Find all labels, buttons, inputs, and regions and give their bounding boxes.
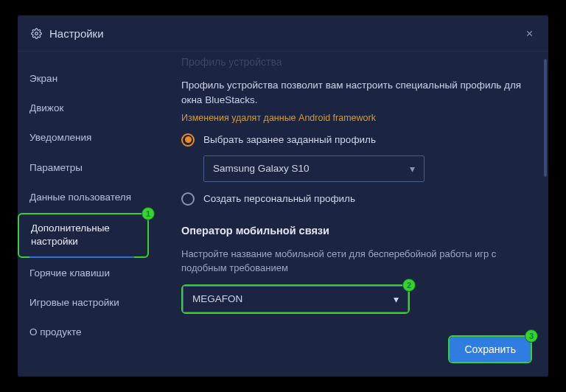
radio-predefined-profile[interactable]: Выбрать заранее заданный профиль — [181, 133, 531, 147]
device-profile-select[interactable]: Samsung Galaxy S10 ▾ — [203, 155, 424, 182]
radio-label: Выбрать заранее заданный профиль — [203, 134, 376, 145]
gear-icon — [31, 28, 42, 39]
save-button-wrap: Сохранить 3 — [448, 335, 532, 363]
select-value: Samsung Galaxy S10 — [213, 163, 310, 174]
sidebar-item-notifications[interactable]: Уведомления — [18, 124, 149, 152]
radio-custom-profile[interactable]: Создать персональный профиль — [181, 192, 531, 206]
chevron-down-icon: ▾ — [394, 293, 399, 305]
content-panel: Профиль устройства Профиль устройства по… — [149, 52, 548, 377]
svg-point-0 — [35, 32, 38, 35]
radio-label: Создать персональный профиль — [203, 193, 355, 204]
close-button[interactable] — [523, 27, 535, 39]
radio-icon — [181, 192, 195, 206]
sidebar-item-label: Дополнительные настройки — [31, 223, 110, 247]
window-title: Настройки — [49, 27, 523, 40]
chevron-down-icon: ▾ — [410, 163, 415, 175]
scrollbar[interactable] — [544, 59, 547, 177]
titlebar: Настройки — [18, 15, 548, 51]
save-button[interactable]: Сохранить — [450, 337, 531, 362]
sidebar-item-advanced[interactable]: Дополнительные настройки 1 — [18, 213, 149, 257]
sidebar-item-about[interactable]: О продукте — [18, 318, 149, 346]
sidebar-item-userdata[interactable]: Данные пользователя — [18, 183, 149, 211]
sidebar-item-screen[interactable]: Экран — [18, 65, 149, 93]
window-body: Экран Движок Уведомления Параметры Данны… — [18, 51, 548, 377]
sidebar: Экран Движок Уведомления Параметры Данны… — [18, 52, 149, 377]
sidebar-item-hotkeys[interactable]: Горячие клавиши — [18, 259, 149, 287]
settings-window: Настройки Экран Движок Уведомления Парам… — [18, 15, 548, 377]
sidebar-item-parameters[interactable]: Параметры — [18, 154, 149, 182]
profile-description: Профиль устройства позволит вам настроит… — [181, 78, 531, 108]
sidebar-item-gamesettings[interactable]: Игровые настройки — [18, 289, 149, 317]
warning-text: Изменения удалят данные Android framewor… — [181, 113, 531, 123]
operator-select-wrap: MEGAFON ▾ 2 — [181, 284, 410, 314]
radio-icon — [181, 133, 195, 147]
sidebar-item-engine[interactable]: Движок — [18, 94, 149, 122]
footer: Сохранить 3 — [448, 335, 532, 363]
operator-hint: Настройте название мобильной сети для бе… — [181, 247, 531, 276]
annotation-badge-2: 2 — [402, 279, 416, 292]
section-heading-profile: Профиль устройства — [181, 56, 531, 68]
annotation-badge-3: 3 — [525, 329, 538, 343]
section-heading-operator: Оператор мобильной связи — [181, 225, 531, 237]
operator-select[interactable]: MEGAFON ▾ — [183, 286, 408, 312]
select-value: MEGAFON — [192, 293, 242, 304]
